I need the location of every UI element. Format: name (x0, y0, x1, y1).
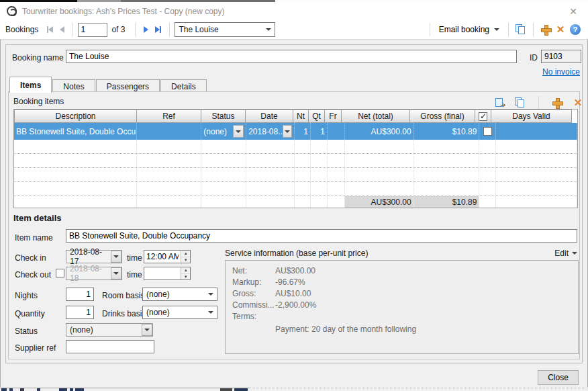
window-title: Tourwriter bookings: Ash's Prices Test -… (22, 7, 225, 16)
check-in-date-dropdown-button[interactable] (111, 251, 121, 263)
column-header-fr[interactable]: Fr (324, 110, 342, 123)
booking-name-input[interactable] (66, 50, 517, 63)
tab-strip: Items Notes Passengers Details (9, 77, 207, 92)
chevron-down-icon (113, 272, 119, 275)
copy-booking-button[interactable] (513, 22, 528, 37)
record-index-input[interactable] (78, 23, 107, 37)
table-row-empty[interactable] (14, 140, 577, 154)
no-invoice-link[interactable]: No invoice (542, 67, 580, 77)
table-row-empty[interactable] (14, 168, 577, 182)
cell-fr[interactable] (328, 123, 345, 140)
toolbar-separator (169, 23, 170, 36)
nights-input[interactable] (66, 288, 94, 301)
row-checkbox[interactable] (483, 127, 492, 136)
spinner-buttons[interactable]: ▲▼ (181, 251, 190, 263)
column-header-days-valid[interactable]: Days Valid (491, 110, 572, 123)
window-close-icon[interactable]: ✕ (565, 5, 581, 18)
grid-toolbar: ➜ ✕ (492, 95, 585, 110)
cell-qt[interactable]: 1 (311, 123, 328, 140)
delete-item-button[interactable]: ✕ (571, 95, 585, 110)
record-count-label: of 3 (111, 25, 125, 34)
header-checkbox[interactable] (479, 112, 487, 121)
next-record-button[interactable] (140, 22, 152, 37)
last-record-icon (155, 26, 160, 33)
svc-row-payment: Payment: 20 day of the month following (232, 324, 578, 335)
previous-record-button[interactable] (56, 22, 68, 37)
booking-items-grid: Description Ref Status Date Nt Qt Fr Net… (13, 109, 578, 208)
svc-row-commission: Commissi...-2,900.00% (232, 300, 578, 311)
cell-status[interactable]: (none) (201, 123, 246, 140)
tab-details[interactable]: Details (160, 79, 207, 93)
drinks-basis-label: Drinks basis (102, 309, 146, 318)
table-row-empty[interactable] (14, 182, 577, 196)
check-in-date-picker[interactable]: 2018-08-17 (66, 250, 122, 263)
cell-days-valid[interactable] (496, 123, 577, 140)
taskbar-sliver (0, 387, 588, 391)
check-in-time-spinner[interactable]: ▲▼ (144, 250, 191, 263)
item-name-label: Item name (15, 233, 53, 243)
add-item-button[interactable] (550, 95, 565, 110)
chevron-down-icon (572, 252, 577, 255)
tab-notes[interactable]: Notes (52, 79, 95, 93)
cell-checkbox[interactable] (479, 123, 496, 140)
quantity-input[interactable] (66, 306, 94, 319)
date-dropdown-button[interactable] (283, 125, 292, 138)
email-booking-button[interactable]: Email booking (435, 23, 503, 36)
svc-row-net: Net:AU$300.00 (232, 265, 578, 277)
column-header-checkbox[interactable] (475, 110, 491, 123)
column-header-ref[interactable]: Ref (136, 110, 201, 123)
room-basis-dropdown[interactable]: (none) (142, 288, 217, 301)
spin-up-icon[interactable]: ▲ (181, 251, 190, 257)
check-out-checkbox[interactable] (56, 269, 64, 277)
check-in-time-input[interactable] (144, 251, 181, 263)
spinner-buttons[interactable]: ▲▼ (181, 267, 190, 279)
delete-booking-button[interactable]: ✕ (553, 22, 568, 37)
status-dropdown-button[interactable] (142, 324, 152, 336)
drinks-basis-dropdown[interactable]: (none) (142, 306, 217, 319)
column-header-nt[interactable]: Nt (293, 110, 309, 123)
item-name-input[interactable] (66, 229, 577, 243)
chevron-down-icon (494, 28, 499, 31)
cell-date[interactable]: 2018-08.. (246, 123, 295, 140)
chevron-down-icon (266, 28, 271, 31)
tab-passengers[interactable]: Passengers (96, 79, 160, 93)
cell-net[interactable]: AU$300.00 (345, 123, 414, 140)
help-button[interactable]: ? (568, 22, 583, 37)
email-booking-label: Email booking (439, 25, 489, 34)
check-out-time-spinner[interactable]: ▲▼ (144, 267, 191, 280)
cell-gross[interactable]: $10.89 (414, 123, 480, 140)
spin-down-icon[interactable]: ▼ (181, 257, 190, 263)
cell-description[interactable]: BB Stonewell Suite, Double Occu.. (14, 123, 137, 140)
column-header-status[interactable]: Status (201, 110, 246, 123)
booking-selector-value: The Louise (179, 25, 218, 34)
last-record-button[interactable] (152, 22, 164, 37)
svc-value: -96.67% (275, 277, 305, 288)
table-row-empty[interactable] (14, 154, 577, 168)
column-header-gross[interactable]: Gross (final) (409, 110, 475, 123)
column-header-date[interactable]: Date (245, 110, 293, 123)
column-header-qt[interactable]: Qt (308, 110, 325, 123)
first-record-button[interactable] (44, 22, 56, 37)
tab-items[interactable]: Items (9, 77, 52, 93)
column-header-description[interactable]: Description (14, 110, 137, 123)
status-dropdown[interactable]: (none) (66, 323, 153, 337)
svc-value: AU$300.00 (275, 265, 315, 277)
copy-item-button[interactable] (513, 95, 528, 110)
check-out-date-value: 2018-08-18 (70, 264, 111, 283)
add-booking-button[interactable] (538, 22, 553, 37)
supplier-ref-input[interactable] (66, 340, 154, 353)
cell-nt[interactable]: 1 (295, 123, 311, 140)
check-out-time-input[interactable] (144, 267, 181, 279)
column-header-net[interactable]: Net (total) (341, 110, 410, 123)
cell-ref[interactable] (137, 123, 202, 140)
insert-item-button[interactable]: ➜ (492, 95, 507, 110)
close-button[interactable]: Close (538, 370, 579, 385)
booking-selector-dropdown[interactable]: The Louise (175, 22, 275, 37)
spin-down-icon[interactable]: ▼ (181, 274, 190, 280)
status-dropdown-button[interactable] (233, 125, 244, 138)
edit-button[interactable]: Edit (554, 249, 577, 258)
spin-up-icon[interactable]: ▲ (181, 267, 190, 274)
table-row[interactable]: BB Stonewell Suite, Double Occu.. (none)… (14, 123, 577, 140)
toolbar-separator (508, 23, 509, 36)
check-out-label: Check out (15, 270, 51, 279)
